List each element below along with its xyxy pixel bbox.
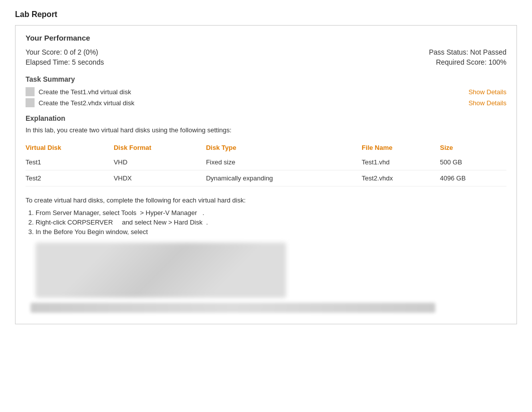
table-row: Test2 VHDX Dynamically expanding Test2.v… — [26, 170, 506, 186]
show-details-link-2[interactable]: Show Details — [468, 99, 506, 107]
cell-disk-type-2: Dynamically expanding — [206, 170, 362, 186]
required-score-label: Required Score: 100% — [429, 58, 506, 66]
instructions-list: From Server Manager, select Tools > Hype… — [26, 209, 506, 236]
page-title: Lab Report — [15, 10, 517, 19]
cell-file-name-2: Test2.vhdx — [362, 170, 440, 186]
disk-table-header-row: Virtual Disk Disk Format Disk Type File … — [26, 141, 506, 154]
task-row-2: Create the Test2.vhdx virtual disk Show … — [26, 98, 506, 107]
instructions-intro: To create virtual hard disks, complete t… — [26, 196, 506, 204]
performance-title: Your Performance — [26, 34, 506, 42]
cell-size-1: 500 GB — [440, 154, 506, 170]
blurred-image-1 — [36, 243, 286, 298]
cell-file-name-1: Test1.vhd — [362, 154, 440, 170]
col-disk-format: Disk Format — [114, 141, 206, 154]
cell-size-2: 4096 GB — [440, 170, 506, 186]
explanation-title: Explanation — [26, 114, 506, 122]
task-summary-title: Task Summary — [26, 75, 506, 83]
col-file-name: File Name — [362, 141, 440, 154]
disk-table-head: Virtual Disk Disk Format Disk Type File … — [26, 141, 506, 154]
list-item: In the Before You Begin window, select — [36, 228, 506, 236]
disk-table: Virtual Disk Disk Format Disk Type File … — [26, 141, 506, 186]
cell-virtual-disk-1: Test1 — [26, 154, 114, 170]
score-row: Your Score: 0 of 2 (0%) Elapsed Time: 5 … — [26, 48, 506, 68]
col-size: Size — [440, 141, 506, 154]
your-score-label: Your Score: 0 of 2 (0%) — [26, 48, 104, 56]
report-box: Your Performance Your Score: 0 of 2 (0%)… — [15, 25, 517, 324]
score-right: Pass Status: Not Passed Required Score: … — [429, 48, 506, 68]
cell-disk-format-2: VHDX — [114, 170, 206, 186]
task-label-2: Create the Test2.vhdx virtual disk — [39, 99, 463, 107]
explanation-intro: In this lab, you create two virtual hard… — [26, 126, 506, 134]
col-virtual-disk: Virtual Disk — [26, 141, 114, 154]
task-row-1: Create the Test1.vhd virtual disk Show D… — [26, 87, 506, 96]
elapsed-time-label: Elapsed Time: 5 seconds — [26, 58, 104, 66]
show-details-link-1[interactable]: Show Details — [468, 88, 506, 96]
cell-disk-format-1: VHD — [114, 154, 206, 170]
blurred-bar-1 — [31, 303, 435, 313]
page-container: Lab Report Your Performance Your Score: … — [0, 0, 532, 334]
score-left: Your Score: 0 of 2 (0%) Elapsed Time: 5 … — [26, 48, 104, 68]
task-indicator-2 — [26, 98, 35, 107]
disk-table-body: Test1 VHD Fixed size Test1.vhd 500 GB Te… — [26, 154, 506, 186]
col-disk-type: Disk Type — [206, 141, 362, 154]
task-indicator-1 — [26, 87, 35, 96]
task-label-1: Create the Test1.vhd virtual disk — [39, 88, 463, 96]
cell-virtual-disk-2: Test2 — [26, 170, 114, 186]
blurred-section — [26, 243, 506, 313]
cell-disk-type-1: Fixed size — [206, 154, 362, 170]
list-item: From Server Manager, select Tools > Hype… — [36, 209, 506, 217]
list-item: Right-click CORPSERVER and select New > … — [36, 219, 506, 226]
pass-status-label: Pass Status: Not Passed — [429, 48, 506, 56]
table-row: Test1 VHD Fixed size Test1.vhd 500 GB — [26, 154, 506, 170]
